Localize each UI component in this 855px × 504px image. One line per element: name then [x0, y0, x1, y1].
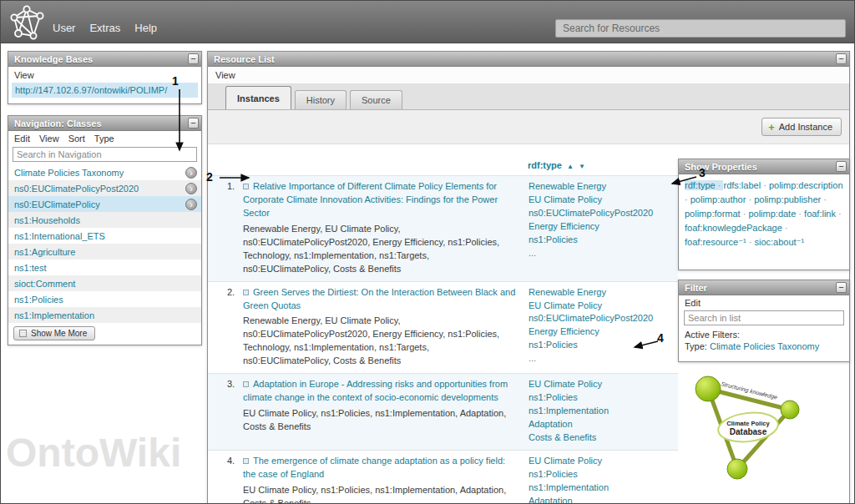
type-link[interactable]: EU Climate Policy	[529, 194, 675, 207]
resource-types: EU Climate Policy ns1:Policies ns1:Imple…	[529, 455, 675, 504]
sort-ascending-icon[interactable]: ▲	[567, 163, 574, 170]
tab-source[interactable]: Source	[350, 90, 402, 109]
active-filter-name: Type:	[685, 341, 707, 351]
resource-title-link[interactable]: The emergence of climate change adaptati…	[243, 455, 519, 481]
resource-title: Adaptation in Europe - Addressing risks …	[243, 379, 508, 402]
resource-title-link[interactable]: Green Serves the Dirtiest: On the Intera…	[243, 286, 519, 313]
filter-search-input[interactable]	[684, 310, 844, 325]
property-link[interactable]: polimp:date	[748, 209, 804, 219]
resource-icon	[243, 458, 249, 464]
class-item[interactable]: ns1:International_ETS	[8, 228, 201, 244]
nav-menu-edit[interactable]: Edit	[14, 134, 30, 144]
type-link[interactable]: Renewable Energy	[529, 286, 675, 300]
type-link[interactable]: Energy Efficiency	[529, 325, 675, 339]
menu-extras[interactable]: Extras	[89, 22, 120, 34]
menu-help[interactable]: Help	[134, 22, 157, 34]
class-link[interactable]: ns0:EUClimatePolicyPost2020	[14, 184, 185, 194]
show-more-button[interactable]: Show Me More	[13, 326, 95, 340]
panel-title: Navigation: Classes	[14, 118, 188, 129]
nav-menu-view[interactable]: View	[39, 134, 59, 144]
class-link[interactable]: ns1:Households	[14, 215, 197, 225]
property-link[interactable]: foaf:link	[804, 209, 842, 219]
resource-title-link[interactable]: Relative Importance of Different Climate…	[243, 180, 519, 220]
type-link[interactable]: ns1:Implementation	[529, 405, 675, 418]
type-link[interactable]: EU Climate Policy	[529, 378, 675, 391]
class-item[interactable]: sioct:Comment	[8, 275, 201, 291]
type-link[interactable]: EU Climate Policy	[529, 455, 675, 468]
row-main: Adaptation in Europe - Addressing risks …	[243, 378, 519, 445]
type-link[interactable]: ns1:Policies	[529, 339, 675, 352]
type-link[interactable]: Adaptation	[529, 418, 675, 431]
type-link[interactable]: ns1:Policies	[529, 468, 675, 481]
minimize-button[interactable]: −	[836, 282, 847, 293]
property-link[interactable]: foaf:resource⁻¹	[685, 237, 754, 247]
tab-instances[interactable]: Instances	[225, 86, 291, 109]
class-link[interactable]: ns1:test	[14, 263, 197, 273]
logo-node-icon	[727, 459, 747, 479]
navigate-deeper-button[interactable]: ›	[185, 167, 197, 179]
nav-menu-sort[interactable]: Sort	[68, 134, 85, 144]
type-link[interactable]: ns0:EUClimatePolicyPost2020	[529, 207, 675, 220]
property-link[interactable]: sioc:about⁻¹	[754, 237, 804, 247]
row-number: 2.	[227, 286, 243, 369]
resource-types: Renewable Energy EU Climate Policy ns0:E…	[529, 180, 675, 276]
knowledge-base-link[interactable]: http://147.102.6.97/ontowiki/POLIMP/	[15, 85, 167, 95]
active-filter-link[interactable]: Climate Policies Taxonomy	[710, 341, 819, 351]
type-link[interactable]: Renewable Energy	[529, 180, 675, 194]
type-link[interactable]: EU Climate Policy	[529, 300, 675, 313]
menu-user[interactable]: User	[53, 22, 75, 34]
class-link[interactable]: ns1:International_ETS	[14, 231, 197, 241]
row-main: Relative Importance of Different Climate…	[243, 180, 519, 276]
ontowiki-app: User Extras Help OntoWiki Knowledge Base…	[0, 0, 855, 504]
class-item[interactable]: ns1:Policies	[8, 291, 201, 307]
sort-descending-icon[interactable]: ▼	[579, 163, 585, 170]
type-link[interactable]: Costs & Benefits	[529, 431, 675, 445]
class-link[interactable]: Climate Policies Taxonomy	[14, 168, 185, 178]
class-link[interactable]: sioct:Comment	[14, 279, 197, 289]
type-link[interactable]: ns1:Policies	[529, 234, 675, 247]
type-link[interactable]: ns1:Policies	[529, 391, 675, 405]
class-link[interactable]: ns0:EUClimatePolicy	[14, 199, 185, 209]
property-link-active[interactable]: rdf:type	[685, 180, 723, 190]
kb-view-menu[interactable]: View	[8, 67, 201, 82]
minimize-button[interactable]: −	[836, 161, 847, 172]
minimize-button[interactable]: −	[188, 53, 199, 64]
navigate-deeper-button[interactable]: ›	[185, 199, 197, 210]
type-link[interactable]: Adaptation	[529, 495, 675, 504]
class-item[interactable]: ns0:EUClimatePolicyPost2020 ›	[8, 180, 201, 196]
class-item[interactable]: ns1:Implementation	[8, 307, 201, 323]
property-link[interactable]: foaf:knowlegdePackage	[685, 223, 788, 233]
class-item[interactable]: ns1:Agriculture	[8, 244, 201, 260]
type-link[interactable]: ns0:EUClimatePolicyPost2020	[529, 312, 675, 325]
class-link[interactable]: ns1:Agriculture	[14, 247, 197, 257]
class-item-selected[interactable]: ns0:EUClimatePolicy ›	[8, 196, 201, 212]
resource-row: 2. Green Serves the Dirtiest: On the Int…	[208, 281, 678, 374]
nav-menu-type[interactable]: Type	[94, 134, 114, 144]
navigation-search-input[interactable]	[13, 147, 197, 162]
add-instance-button[interactable]: + Add Instance	[761, 118, 842, 136]
row-main: Green Serves the Dirtiest: On the Intera…	[243, 286, 519, 369]
minimize-button[interactable]: −	[836, 53, 847, 64]
class-item[interactable]: Climate Policies Taxonomy ›	[8, 164, 201, 180]
navigate-deeper-button[interactable]: ›	[185, 183, 197, 194]
resource-row: 4. The emergence of climate change adapt…	[208, 450, 678, 504]
property-link[interactable]: rdfs:label	[723, 180, 768, 190]
property-link[interactable]: polimp:format	[685, 209, 748, 219]
global-search-input[interactable]	[555, 19, 846, 38]
minimize-button[interactable]: −	[188, 118, 199, 129]
class-link[interactable]: ns1:Policies	[14, 295, 197, 305]
property-link[interactable]: polimp:publisher	[754, 194, 827, 204]
class-link[interactable]: ns1:Implementation	[14, 310, 197, 320]
resource-description: EU Climate Policy, ns1:Policies, ns1:Imp…	[243, 484, 519, 504]
tab-history[interactable]: History	[295, 90, 347, 109]
class-item[interactable]: ns1:test	[8, 260, 201, 275]
class-item[interactable]: ns1:Households	[8, 212, 201, 228]
type-link[interactable]: ns1:Implementation	[529, 481, 675, 495]
property-link[interactable]: polimp:author	[691, 194, 754, 204]
type-link[interactable]: Energy Efficiency	[529, 220, 675, 234]
sort-column-link[interactable]: rdf:type	[528, 160, 562, 170]
resource-view-menu[interactable]: View	[208, 67, 849, 84]
resource-title-link[interactable]: Adaptation in Europe - Addressing risks …	[243, 378, 519, 405]
filter-header: Filter −	[679, 280, 849, 295]
filter-edit-menu[interactable]: Edit	[679, 295, 849, 310]
